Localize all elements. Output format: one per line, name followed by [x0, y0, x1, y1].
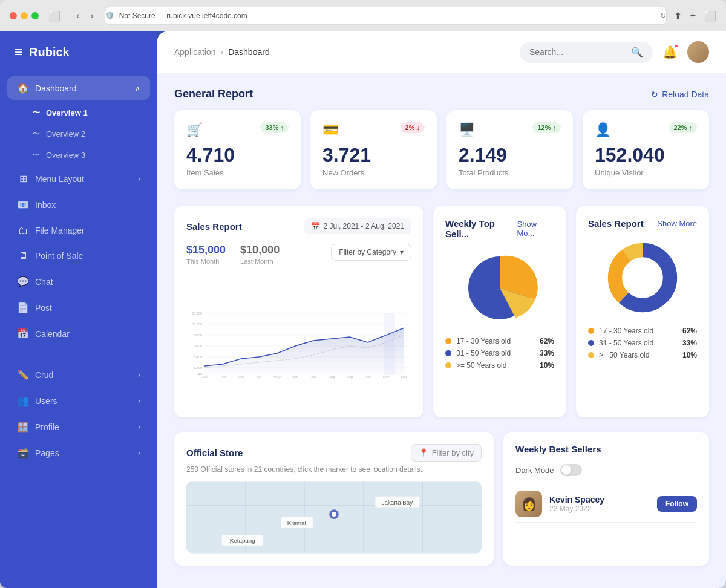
bottom-row: Official Store 📍 Filter by city 250 Offi…	[174, 432, 709, 566]
svg-text:Oct: Oct	[365, 375, 371, 379]
breadcrumb: Application › Dashboard	[174, 47, 270, 57]
filter-city[interactable]: 📍 Filter by city	[411, 444, 482, 462]
svg-text:$400: $400	[194, 355, 203, 359]
tabs-icon[interactable]: ⬜	[704, 10, 716, 22]
svg-text:Apr: Apr	[256, 375, 261, 379]
date-range-text: 2 Jul, 2021 - 2 Aug, 2021	[324, 222, 404, 230]
new-tab-icon[interactable]: +	[690, 10, 696, 22]
pie-chart	[460, 249, 539, 327]
svg-text:$1200: $1200	[192, 312, 203, 315]
sidebar-item-file-manager[interactable]: 🗂 File Manager	[7, 219, 150, 242]
this-month-value: $15,000	[186, 244, 226, 256]
sidebar-item-pages[interactable]: 🗃️ Pages ›	[7, 441, 150, 465]
sidebar-toggle-icon[interactable]: ⬜	[48, 10, 60, 22]
seller-info: Kevin Spacey 22 May 2022	[549, 495, 650, 513]
person-icon: 👤	[595, 122, 611, 138]
users-icon: 👥	[17, 395, 29, 407]
sidebar: ≡ Rubick 🏠 Dashboard ∧ 〜 Overview 1 〜 Ov…	[0, 31, 157, 588]
avatar[interactable]	[687, 41, 709, 63]
topbar-actions: 🔍 🔔	[520, 41, 709, 63]
chat-icon: 💬	[17, 276, 29, 287]
svg-text:Aug: Aug	[329, 375, 335, 379]
stat-value-unique-visitor: 152.040	[595, 145, 697, 165]
breadcrumb-app: Application	[174, 47, 216, 57]
sidebar-item-chat[interactable]: 💬 Chat	[7, 270, 150, 293]
maximize-btn[interactable]	[31, 12, 39, 19]
stat-label-total-products: Total Products	[459, 168, 561, 177]
cart-icon: 🛒	[186, 122, 203, 138]
logo-icon: ≡	[15, 44, 23, 60]
weekly-top-sellers-show-more[interactable]: Show Mo...	[517, 220, 555, 238]
stat-card-new-orders: 💳 2% ↓ 3.721 New Orders	[310, 110, 437, 189]
profile-icon: 🪟	[17, 421, 29, 433]
chevron-crud-icon: ›	[138, 371, 140, 379]
donut-chart	[603, 238, 682, 317]
sidebar-item-overview1[interactable]: 〜 Overview 1	[7, 103, 150, 123]
sales-report-chart: Sales Report 📅 2 Jul, 2021 - 2 Aug, 2021…	[174, 206, 424, 417]
svg-text:$1000: $1000	[192, 322, 203, 326]
share-icon[interactable]: ⬆	[674, 10, 682, 22]
follow-button[interactable]: Follow	[657, 496, 697, 512]
notification-bell[interactable]: 🔔	[662, 45, 678, 59]
pie-legend: 17 - 30 Years old 62% 31 - 50 Years old …	[445, 337, 554, 373]
svg-text:Jun: Jun	[292, 375, 298, 379]
sidebar-label-overview3: Overview 3	[46, 151, 85, 160]
sidebar-item-users[interactable]: 👥 Users ›	[7, 389, 150, 413]
forward-button[interactable]: ›	[87, 9, 97, 22]
general-report-header: General Report ↻ Reload Data	[174, 88, 709, 100]
svg-text:Nov: Nov	[383, 375, 390, 379]
donut-legend-dot-3	[588, 352, 594, 358]
breadcrumb-separator: ›	[221, 47, 224, 57]
url-text: Not Secure — rubick-vue.left4code.com	[119, 11, 247, 20]
sidebar-item-menu-layout[interactable]: ⊞ Menu Layout ›	[7, 167, 150, 191]
sidebar-item-dashboard[interactable]: 🏠 Dashboard ∧	[7, 76, 150, 100]
sidebar-item-profile[interactable]: 🪟 Profile ›	[7, 415, 150, 439]
reload-button[interactable]: ↻ Reload Data	[651, 90, 709, 99]
svg-text:$600: $600	[194, 344, 203, 348]
sidebar-item-point-of-sale[interactable]: 🖥 Point of Sale	[7, 244, 150, 267]
overview1-icon: 〜	[33, 108, 40, 118]
minimize-btn[interactable]	[21, 12, 28, 19]
donut-legend-pct-1: 62%	[682, 327, 697, 335]
best-sellers-header: Weekly Best Sellers	[515, 444, 697, 454]
sidebar-item-post[interactable]: 📄 Post	[7, 296, 150, 319]
svg-text:Mar: Mar	[238, 375, 244, 379]
filter-category-button[interactable]: Filter by Category ▾	[331, 244, 411, 261]
seller-date: 22 May 2022	[549, 505, 650, 513]
sidebar-item-calendar[interactable]: 📅 Calendar	[7, 322, 150, 345]
refresh-icon[interactable]: ↻	[660, 11, 666, 20]
map-placeholder[interactable]: Ketapang Kramat Jakarta Bay	[186, 481, 482, 554]
filter-label: Filter by Category	[339, 248, 396, 256]
sidebar-item-overview3[interactable]: 〜 Overview 3	[7, 145, 150, 165]
address-bar[interactable]: 🛡️ Not Secure — rubick-vue.left4code.com…	[105, 7, 667, 25]
sidebar-label-overview2: Overview 2	[46, 129, 85, 139]
sidebar-label-post: Post	[35, 303, 52, 313]
sidebar-label-pages: Pages	[35, 448, 59, 458]
line-chart-svg: $1200 $1000 $800 $600 $400 $200 $0	[186, 282, 411, 403]
chevron-profile-icon: ›	[138, 423, 140, 431]
sidebar-item-inbox[interactable]: 📧 Inbox	[7, 193, 150, 217]
legend-label-1: 17 - 30 Years old	[456, 337, 535, 345]
sidebar-label-calendar: Calendar	[35, 329, 70, 339]
sidebar-item-crud[interactable]: ✏️ Crud ›	[7, 363, 150, 387]
sales-report2-show-more[interactable]: Show More	[657, 219, 697, 228]
post-icon: 📄	[17, 302, 29, 313]
date-range[interactable]: 📅 2 Jul, 2021 - 2 Aug, 2021	[304, 218, 411, 234]
store-subtitle: 250 Official stores in 21 countries, cli…	[186, 465, 482, 474]
back-button[interactable]: ‹	[73, 9, 83, 22]
donut-svg	[603, 238, 682, 317]
sidebar-item-overview2[interactable]: 〜 Overview 2	[7, 124, 150, 144]
legend-item-2: 31 - 50 Years old 33%	[445, 349, 554, 358]
donut-legend-item-1: 17 - 30 Years old 62%	[588, 327, 697, 335]
search-input[interactable]	[529, 47, 626, 57]
close-btn[interactable]	[10, 12, 17, 19]
dark-mode-toggle[interactable]	[560, 464, 582, 476]
search-bar[interactable]: 🔍	[520, 42, 653, 63]
donut-chart-container: 17 - 30 Years old 62% 31 - 50 Years old …	[588, 238, 697, 363]
sales-report2-title: Sales Report	[588, 218, 644, 229]
sidebar-label-users: Users	[35, 396, 57, 406]
stat-value-new-orders: 3.721	[322, 145, 425, 165]
location-icon: 📍	[419, 448, 428, 457]
svg-text:Jul: Jul	[311, 375, 316, 379]
pie-svg	[460, 249, 539, 327]
